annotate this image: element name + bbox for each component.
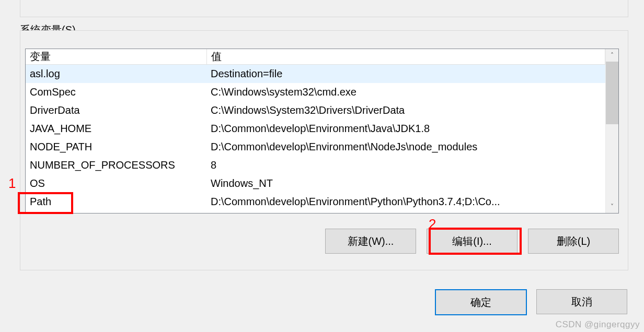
annotation-marker-1: 1 <box>8 175 16 192</box>
vertical-scrollbar[interactable]: ˄ ˅ <box>605 49 618 213</box>
scroll-track[interactable] <box>606 62 618 200</box>
table-row[interactable]: NUMBER_OF_PROCESSORS8 <box>26 156 605 174</box>
variable-name-cell: ComSpec <box>26 83 206 101</box>
table-row[interactable]: DriverDataC:\Windows\System32\Drivers\Dr… <box>26 101 605 120</box>
variable-name-cell: asl.log <box>26 65 206 83</box>
variable-value-cell: 8 <box>206 156 605 174</box>
delete-button[interactable]: 删除(L) <box>528 229 619 254</box>
ok-button[interactable]: 确定 <box>435 289 527 315</box>
variable-value-cell: D:\Common\develop\Environment\Python\Pyt… <box>206 193 605 211</box>
variable-value-cell: C:\Windows\System32\Drivers\DriverData <box>206 101 605 120</box>
variables-list[interactable]: 变量 值 asl.logDestination=fileComSpecC:\Wi… <box>25 49 619 214</box>
table-row[interactable]: OSWindows_NT <box>26 174 605 193</box>
dialog-buttons-row: 确定 取消 <box>20 289 627 313</box>
variable-value-cell: Windows_NT <box>206 174 605 193</box>
scroll-down-button[interactable]: ˅ <box>606 200 618 213</box>
variable-value-cell: C:\Windows\system32\cmd.exe <box>206 83 605 101</box>
table-row[interactable]: asl.logDestination=file <box>26 65 605 83</box>
column-header-variable[interactable]: 变量 <box>26 49 207 65</box>
variable-name-cell: NUMBER_OF_PROCESSORS <box>26 156 206 174</box>
variable-value-cell: D:\Common\develop\Environment\Java\JDK1.… <box>206 120 605 138</box>
column-header-value[interactable]: 值 <box>207 49 605 65</box>
variable-value-cell: Destination=file <box>206 65 605 83</box>
table-row[interactable]: PathD:\Common\develop\Environment\Python… <box>26 193 605 211</box>
variable-name-cell: NODE_PATH <box>26 138 206 156</box>
table-row[interactable]: NODE_PATHD:\Common\develop\Environment\N… <box>26 138 605 156</box>
cancel-button[interactable]: 取消 <box>536 289 627 314</box>
table-row[interactable]: JAVA_HOMED:\Common\develop\Environment\J… <box>26 120 605 138</box>
dialog-root: { "group": { "label": "系统变量(S)" }, "colu… <box>0 0 644 332</box>
list-columns: 变量 值 asl.logDestination=fileComSpecC:\Wi… <box>26 49 605 213</box>
variable-value-cell: D:\Common\develop\Environment\NodeJs\nod… <box>206 138 605 156</box>
variable-name-cell: Path <box>26 193 206 211</box>
watermark-text: CSDN @gingerqgyy <box>556 319 640 330</box>
variable-name-cell: JAVA_HOME <box>26 120 206 138</box>
scroll-thumb[interactable] <box>606 62 618 124</box>
new-button[interactable]: 新建(W)... <box>325 229 416 254</box>
scroll-up-button[interactable]: ˄ <box>606 49 618 62</box>
edit-button[interactable]: 编辑(I)... <box>427 229 518 254</box>
variable-name-cell: DriverData <box>26 101 206 120</box>
list-header-row: 变量 值 <box>26 49 605 65</box>
variable-name-cell: OS <box>26 174 206 193</box>
table-row[interactable]: ComSpecC:\Windows\system32\cmd.exe <box>26 83 605 101</box>
system-buttons-row: 新建(W)... 编辑(I)... 删除(L) <box>25 229 619 253</box>
upper-group-frame <box>20 0 628 17</box>
